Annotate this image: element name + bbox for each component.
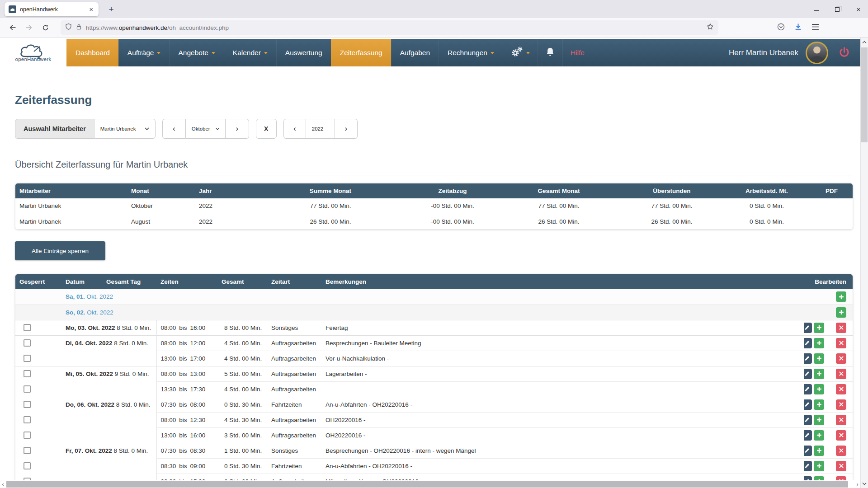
delete-entry-button[interactable] bbox=[836, 323, 846, 333]
tracking-shield-icon[interactable] bbox=[65, 23, 72, 32]
lock-entry-checkbox[interactable] bbox=[24, 324, 31, 331]
year-select[interactable]: 2022 bbox=[306, 119, 335, 139]
entry-actions bbox=[808, 399, 846, 410]
lock-entry-checkbox[interactable] bbox=[24, 355, 31, 362]
browser-tab[interactable]: openHandwerk × bbox=[5, 2, 99, 16]
settings-menu-item[interactable] bbox=[503, 39, 538, 66]
add-entry-button[interactable] bbox=[814, 323, 824, 333]
lock-entry-checkbox[interactable] bbox=[24, 401, 31, 408]
scroll-up-arrow-icon[interactable] bbox=[861, 38, 868, 46]
add-entry-button[interactable] bbox=[814, 369, 824, 379]
nav-item-aufgaben[interactable]: Aufgaben bbox=[391, 39, 439, 66]
add-entry-button[interactable] bbox=[814, 353, 824, 364]
delete-entry-button[interactable] bbox=[836, 369, 846, 379]
delete-entry-button[interactable] bbox=[836, 446, 846, 456]
add-entry-button[interactable] bbox=[814, 399, 824, 410]
vertical-scrollbar-thumb[interactable] bbox=[861, 47, 868, 142]
window-minimize-button[interactable] bbox=[812, 5, 820, 13]
lock-entry-checkbox[interactable] bbox=[24, 462, 31, 469]
add-entry-button[interactable] bbox=[814, 430, 824, 441]
window-restore-button[interactable] bbox=[833, 5, 841, 13]
add-entry-button[interactable] bbox=[836, 307, 846, 318]
edit-entry-button[interactable] bbox=[804, 338, 812, 348]
x-icon bbox=[839, 463, 844, 469]
edit-entry-button[interactable] bbox=[804, 353, 812, 364]
delete-entry-button[interactable] bbox=[836, 338, 846, 348]
employee-select[interactable]: Martin Urbanek bbox=[94, 119, 156, 139]
month-select[interactable]: Oktober bbox=[186, 119, 226, 139]
pocket-icon[interactable] bbox=[777, 23, 785, 33]
nav-item-angebote[interactable]: Angebote bbox=[169, 39, 223, 66]
reload-button[interactable] bbox=[38, 21, 52, 34]
delete-entry-button[interactable] bbox=[836, 461, 846, 471]
edit-entry-button[interactable] bbox=[804, 461, 812, 471]
lock-all-entries-button[interactable]: Alle Einträge sperren bbox=[15, 241, 105, 260]
overview-col-mitarbeiter: Mitarbeiter bbox=[15, 183, 127, 198]
logout-power-button[interactable] bbox=[838, 47, 850, 59]
cell-bemerkungen: Feiertag bbox=[321, 320, 804, 335]
bookmark-star-icon[interactable] bbox=[707, 23, 714, 32]
edit-entry-button[interactable] bbox=[804, 369, 812, 379]
scroll-right-arrow-icon[interactable]: › bbox=[854, 480, 860, 488]
delete-entry-button[interactable] bbox=[836, 353, 846, 364]
downloads-icon[interactable] bbox=[794, 23, 802, 33]
edit-entry-button[interactable] bbox=[804, 399, 812, 410]
horizontal-scrollbar[interactable]: ‹ › bbox=[0, 480, 860, 488]
lock-icon[interactable] bbox=[76, 23, 82, 32]
prev-year-button[interactable]: ‹ bbox=[283, 119, 306, 139]
delete-entry-button[interactable] bbox=[836, 384, 846, 394]
date-link[interactable]: Sa, 01. Okt. 2022 bbox=[61, 289, 156, 305]
add-entry-button[interactable] bbox=[814, 446, 824, 456]
cell-zeitart: Auftragsarbeiten bbox=[267, 335, 321, 351]
lock-entry-checkbox[interactable] bbox=[24, 385, 31, 393]
nav-item-dashboard[interactable]: Dashboard bbox=[66, 39, 118, 66]
scroll-down-arrow-icon[interactable] bbox=[861, 480, 868, 487]
date-link[interactable]: So, 02. Okt. 2022 bbox=[61, 305, 156, 320]
month-select-value: Oktober bbox=[192, 126, 210, 131]
edit-entry-button[interactable] bbox=[804, 415, 812, 425]
edit-entry-button[interactable] bbox=[804, 384, 812, 394]
nav-item-rechnungen[interactable]: Rechnungen bbox=[439, 39, 503, 66]
next-year-button[interactable]: › bbox=[335, 119, 358, 139]
user-avatar[interactable] bbox=[806, 42, 828, 64]
nav-item-zeiterfassung[interactable]: Zeiterfassung bbox=[331, 39, 391, 66]
delete-entry-button[interactable] bbox=[836, 399, 846, 410]
lock-entry-checkbox[interactable] bbox=[24, 416, 31, 423]
window-close-button[interactable]: × bbox=[854, 5, 863, 13]
nav-item-auftr-ge[interactable]: Aufträge bbox=[118, 39, 170, 66]
forward-button[interactable] bbox=[22, 21, 36, 34]
add-entry-button[interactable] bbox=[814, 415, 824, 425]
next-month-button[interactable]: › bbox=[226, 119, 249, 139]
lock-entry-checkbox[interactable] bbox=[24, 447, 31, 454]
toolbar-right-icons bbox=[777, 23, 819, 33]
edit-entry-button[interactable] bbox=[804, 446, 812, 456]
prev-month-button[interactable]: ‹ bbox=[162, 119, 186, 139]
delete-entry-button[interactable] bbox=[836, 430, 846, 441]
notifications-item[interactable] bbox=[538, 39, 562, 66]
add-entry-button[interactable] bbox=[814, 384, 824, 394]
lock-entry-checkbox[interactable] bbox=[24, 370, 31, 377]
site-logo[interactable]: openHandwerk bbox=[0, 39, 66, 66]
url-bar[interactable]: https://www.openhandwerk.de/oh_account/i… bbox=[61, 20, 718, 35]
horizontal-scrollbar-thumb[interactable] bbox=[6, 481, 848, 488]
tab-close-icon[interactable]: × bbox=[88, 5, 94, 13]
delete-entry-button[interactable] bbox=[836, 415, 846, 425]
nav-item-kalender[interactable]: Kalender bbox=[224, 39, 276, 66]
back-button[interactable] bbox=[5, 21, 20, 34]
edit-entry-button[interactable] bbox=[804, 430, 812, 441]
new-tab-button[interactable]: + bbox=[105, 4, 117, 15]
filter-toolbar: Auswahl Mitarbeiter Martin Urbanek ‹ Okt… bbox=[15, 119, 853, 139]
lock-entry-checkbox[interactable] bbox=[24, 432, 31, 439]
reset-filter-button[interactable]: X bbox=[256, 119, 277, 139]
cell-zeitart: Auftragsarbeiten bbox=[267, 412, 321, 427]
add-entry-button[interactable] bbox=[814, 461, 824, 471]
vertical-scrollbar[interactable] bbox=[860, 38, 868, 488]
scroll-left-arrow-icon[interactable]: ‹ bbox=[0, 480, 6, 488]
add-entry-button[interactable] bbox=[814, 338, 824, 348]
menu-hamburger-icon[interactable] bbox=[811, 23, 819, 32]
edit-entry-button[interactable] bbox=[804, 323, 812, 333]
nav-item-auswertung[interactable]: Auswertung bbox=[276, 39, 331, 66]
nav-item-hilfe[interactable]: Hilfe bbox=[562, 39, 592, 66]
lock-entry-checkbox[interactable] bbox=[24, 339, 31, 347]
add-entry-button[interactable] bbox=[836, 291, 846, 302]
